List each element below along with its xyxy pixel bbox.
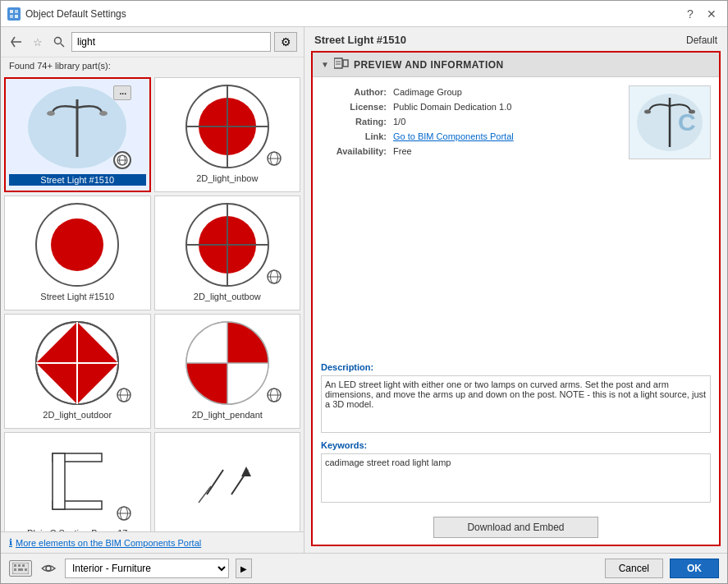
cancel-button[interactable]: Cancel (605, 559, 663, 578)
search-icon-button[interactable] (50, 33, 68, 51)
c-section-svg (32, 437, 122, 526)
link-value[interactable]: Go to BIM Components Portal (393, 131, 514, 141)
info-row-author: Author: Cadimage Group (321, 85, 620, 99)
link-label: Link: (321, 131, 387, 141)
item-label-sl2: Street Light #1510 (8, 292, 147, 301)
outdoor-svg (32, 319, 122, 407)
item-label-inbow: 2D_light_inbow (158, 173, 297, 183)
left-panel: ☆ ⚙ Found 74+ library part(s): (1, 27, 304, 553)
right-title: Street Light #1510 (314, 34, 406, 46)
back-button[interactable] (7, 33, 25, 51)
default-label: Default (686, 34, 717, 46)
svg-point-9 (99, 111, 108, 116)
svg-line-6 (61, 44, 64, 47)
ok-button[interactable]: OK (670, 559, 719, 578)
eye-button[interactable] (39, 560, 58, 577)
inbow-svg (182, 82, 272, 171)
title-bar-left: Object Default Settings (7, 7, 126, 21)
grid-item-2d-light-outdoor[interactable]: 2D_light_outdoor (4, 314, 151, 429)
keywords-textarea[interactable] (321, 453, 711, 503)
right-header: Street Light #1510 Default (311, 34, 721, 46)
preview-panel: ▼ PREVIEW AND INFORMATION (311, 51, 721, 546)
preview-header-icon (334, 57, 349, 71)
svg-rect-64 (14, 564, 16, 567)
item-preview-sl2 (20, 200, 135, 290)
item-menu-button[interactable]: ··· (113, 85, 131, 100)
info-section: Author: Cadimage Group License: Public D… (321, 85, 620, 354)
item-label-street-light-1510: Street Light #1510 (9, 174, 146, 186)
preview-section-header: ▼ PREVIEW AND INFORMATION (313, 53, 719, 77)
title-bar-controls: ? ✕ (681, 5, 721, 23)
author-value: Cadimage Group (393, 87, 462, 97)
item-preview-pendant (170, 318, 285, 408)
location-arrow-button[interactable]: ▶ (236, 559, 252, 578)
item-label-outdoor: 2D_light_outdoor (8, 410, 147, 420)
rating-value: 1/0 (393, 117, 405, 126)
bim-portal-link-text: More elements on the BIM Components Port… (16, 538, 201, 548)
svg-marker-52 (241, 467, 251, 476)
download-embed-button[interactable]: Download and Embed (433, 517, 598, 538)
svg-rect-65 (18, 564, 21, 567)
license-label: License: (321, 102, 387, 112)
title-bar: Object Default Settings ? ✕ (1, 1, 727, 27)
info-row-rating: Rating: 1/0 (321, 115, 620, 128)
keywords-label: Keywords: (321, 440, 711, 450)
svg-line-50 (207, 470, 223, 494)
collapse-arrow-icon[interactable]: ▼ (321, 60, 329, 69)
main-window: Object Default Settings ? ✕ ☆ (0, 0, 728, 584)
close-button[interactable]: ✕ (703, 5, 721, 23)
svg-rect-1 (15, 10, 18, 13)
grid-item-2d-light-inbow[interactable]: 2D_light_inbow (154, 77, 301, 192)
svg-rect-3 (15, 15, 18, 18)
favorites-button[interactable]: ☆ (29, 33, 47, 51)
items-grid: ··· Street Light #1510 (1, 74, 304, 531)
preview-body: Author: Cadimage Group License: Public D… (313, 77, 719, 362)
license-value: Public Domain Dedication 1.0 (393, 102, 511, 112)
svg-point-61 (644, 110, 651, 114)
svg-rect-67 (14, 568, 16, 571)
svg-rect-69 (25, 568, 27, 571)
pendant-svg (182, 319, 272, 407)
partial-svg (182, 437, 272, 526)
bim-portal-link[interactable]: ℹ More elements on the BIM Components Po… (1, 531, 304, 553)
description-textarea[interactable] (321, 375, 711, 433)
item-preview-inbow (170, 81, 285, 172)
item-preview-street-light-1510: ··· (20, 82, 135, 172)
thumb-svg: C (633, 90, 707, 155)
availability-label: Availability: (321, 146, 387, 156)
grid-item-plain-c-section[interactable]: Plain C Section Beam 17 (4, 432, 151, 531)
right-panel: Street Light #1510 Default ▼ PR (304, 27, 727, 553)
svg-rect-2 (10, 15, 13, 18)
keywords-section: Keywords: (313, 440, 719, 510)
svg-rect-46 (53, 453, 65, 509)
grid-item-2d-light-outbow[interactable]: 2D_light_outbow (154, 195, 301, 310)
item-label-outbow: 2D_light_outbow (158, 292, 297, 301)
grid-item-street-light-1510[interactable]: ··· Street Light #1510 (4, 77, 151, 192)
svg-text:C: C (678, 108, 696, 136)
author-label: Author: (321, 87, 387, 97)
info-row-license: License: Public Domain Dedication 1.0 (321, 100, 620, 113)
svg-point-22 (51, 218, 103, 271)
item-preview-outdoor (20, 318, 135, 408)
svg-point-5 (55, 38, 62, 44)
grid-item-2d-light-pendant[interactable]: 2D_light_pendant (154, 314, 301, 429)
item-label-pendant: 2D_light_pendant (158, 410, 297, 420)
location-select[interactable]: Interior - Furniture (65, 559, 229, 578)
svg-rect-0 (10, 10, 13, 13)
grid-item-partial[interactable] (154, 432, 301, 531)
info-row-availability: Availability: Free (321, 145, 620, 158)
svg-rect-54 (334, 58, 342, 68)
svg-point-10 (47, 111, 55, 116)
description-section: Description: (313, 362, 719, 440)
main-content: ☆ ⚙ Found 74+ library part(s): (1, 27, 727, 553)
help-button[interactable]: ? (681, 5, 699, 23)
search-settings-button[interactable]: ⚙ (274, 32, 297, 52)
rating-label: Rating: (321, 117, 387, 126)
search-input[interactable] (71, 32, 271, 52)
availability-value: Free (393, 146, 412, 156)
svg-rect-68 (18, 568, 23, 571)
keyboard-icon (9, 560, 32, 577)
outbow-svg (182, 200, 272, 289)
svg-rect-55 (343, 60, 348, 67)
grid-item-street-light-1510-2[interactable]: Street Light #1510 (4, 195, 151, 310)
